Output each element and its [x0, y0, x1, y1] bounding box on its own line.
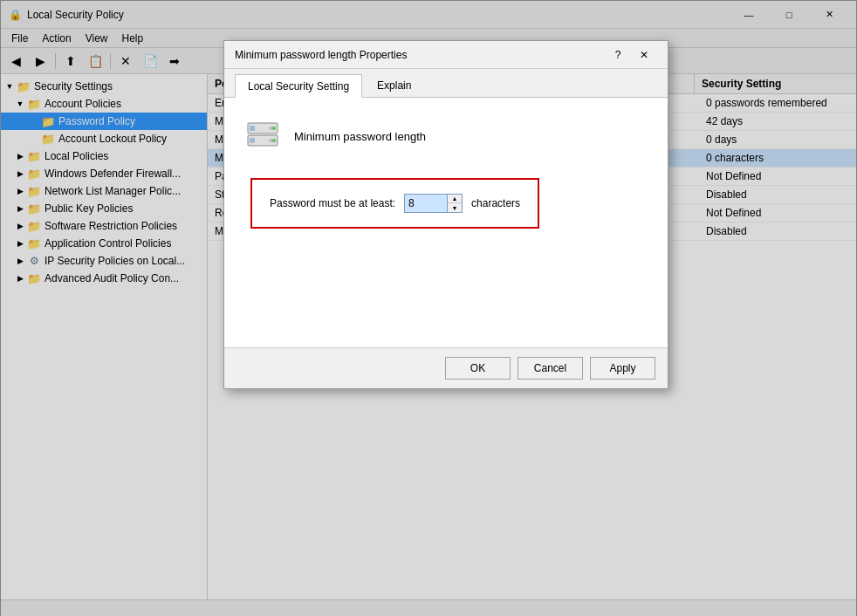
expand-icon-publickey: ▶ [15, 203, 25, 214]
export-button[interactable]: ➡ [163, 51, 186, 72]
sidebar-item-software-restriction[interactable]: ▶ 📁 Software Restriction Policies [1, 217, 207, 235]
sidebar-label-password-policy: Password Policy [58, 115, 135, 127]
maximize-button[interactable]: □ [769, 1, 809, 29]
forward-button[interactable]: ▶ [29, 51, 51, 72]
folder-icon-software: 📁 [27, 219, 41, 233]
security-setting-cell: 0 characters [699, 149, 856, 167]
spinbox-arrows: ▲ ▼ [448, 194, 463, 213]
svg-point-7 [272, 139, 276, 142]
menu-view[interactable]: View [79, 31, 115, 46]
up-button[interactable]: ⬆ [59, 51, 82, 72]
dialog-password-length: Minimum password length Properties ? ✕ L… [223, 40, 668, 389]
tab-explain[interactable]: Explain [364, 74, 424, 97]
expand-icon-account: ▼ [15, 99, 25, 109]
menu-action[interactable]: Action [35, 31, 78, 46]
sidebar-label-account-lockout: Account Lockout Policy [58, 133, 167, 145]
gear-icon-ipsecurity: ⚙ [27, 254, 41, 268]
expand-icon-security: ▼ [4, 81, 15, 92]
menu-help[interactable]: Help [115, 31, 151, 46]
folder-icon-firewall: 📁 [27, 167, 41, 181]
sidebar-label-local-policies: Local Policies [45, 150, 108, 162]
apply-button[interactable]: Apply [590, 357, 655, 380]
security-setting-cell: Disabled [699, 186, 856, 203]
properties-button[interactable]: 📄 [139, 51, 161, 72]
folder-icon-appcontrol: 📁 [27, 236, 41, 250]
sidebar-label-software-restriction: Software Restriction Policies [45, 220, 177, 232]
security-setting-cell: Disabled [699, 222, 856, 240]
col-header-setting: Security Setting [695, 74, 856, 93]
expand-icon-lockout [29, 133, 39, 144]
spin-up-button[interactable]: ▲ [448, 195, 462, 203]
folder-icon-security: 📁 [17, 79, 31, 93]
password-value-input[interactable] [404, 194, 448, 213]
dialog-content: Minimum password length Password must be… [224, 98, 668, 347]
folder-icon-publickey: 📁 [27, 202, 41, 216]
sidebar-item-firewall[interactable]: ▶ 📁 Windows Defender Firewall... [1, 165, 207, 182]
expand-icon-local: ▶ [15, 151, 25, 161]
expand-icon-audit: ▶ [15, 273, 25, 284]
dialog-title-controls: ? ✕ [605, 44, 657, 66]
ok-button[interactable]: OK [445, 357, 511, 380]
sidebar-item-account-policies[interactable]: ▼ 📁 Account Policies [1, 95, 207, 113]
status-bar [1, 599, 856, 616]
sidebar-item-network-list[interactable]: ▶ 📁 Network List Manager Polic... [1, 182, 207, 200]
characters-label: characters [471, 197, 520, 209]
minimize-button[interactable]: — [729, 1, 769, 29]
sidebar-label-security-settings: Security Settings [34, 80, 113, 92]
show-hide-button[interactable]: 📋 [84, 51, 106, 72]
sidebar-item-password-policy[interactable]: 📁 Password Policy [1, 113, 207, 130]
sidebar-label-network-list: Network List Manager Polic... [45, 185, 181, 197]
sidebar-label-firewall: Windows Defender Firewall... [45, 168, 181, 180]
svg-rect-4 [250, 138, 255, 143]
policy-server-icon [242, 115, 284, 157]
folder-icon-password: 📁 [41, 114, 55, 128]
dialog-tabs: Local Security Setting Explain [224, 69, 668, 98]
folder-icon-lockout: 📁 [41, 132, 55, 146]
expand-icon-appcontrol: ▶ [15, 238, 25, 249]
expand-icon-password [29, 116, 39, 127]
sidebar-item-app-control[interactable]: ▶ 📁 Application Control Policies [1, 235, 207, 252]
security-setting-cell: 0 days [699, 131, 856, 148]
tab-local-security-setting[interactable]: Local Security Setting [235, 74, 362, 98]
left-panel: ▼ 📁 Security Settings ▼ 📁 Account Polici… [1, 74, 208, 599]
sidebar-item-local-policies[interactable]: ▶ 📁 Local Policies [1, 147, 207, 165]
close-button[interactable]: ✕ [809, 1, 849, 29]
spin-down-button[interactable]: ▼ [448, 203, 462, 212]
dialog-title-bar: Minimum password length Properties ? ✕ [224, 41, 668, 69]
security-setting-cell: Not Defined [699, 204, 856, 222]
folder-icon-local: 📁 [27, 149, 41, 163]
expand-icon-software: ▶ [15, 221, 25, 231]
sidebar-item-account-lockout[interactable]: 📁 Account Lockout Policy [1, 130, 207, 147]
sidebar-item-security-settings[interactable]: ▼ 📁 Security Settings [1, 78, 207, 95]
security-setting-cell: Not Defined [699, 168, 856, 185]
sidebar-label-ip-security: IP Security Policies on Local... [45, 255, 185, 267]
main-window-title: Local Security Policy [27, 9, 729, 21]
sidebar-item-public-key[interactable]: ▶ 📁 Public Key Policies [1, 200, 207, 217]
expand-icon-network: ▶ [15, 186, 25, 196]
app-icon: 🔒 [8, 8, 22, 22]
sidebar-label-advanced-audit: Advanced Audit Policy Con... [45, 272, 179, 284]
dialog-help-button[interactable]: ? [605, 44, 631, 66]
folder-icon-audit: 📁 [27, 271, 41, 285]
svg-rect-1 [250, 126, 255, 131]
cancel-button[interactable]: Cancel [518, 357, 583, 380]
sidebar-item-ip-security[interactable]: ▶ ⚙ IP Security Policies on Local... [1, 252, 207, 270]
dialog-close-button[interactable]: ✕ [631, 44, 657, 66]
dialog-footer: OK Cancel Apply [224, 347, 668, 388]
sidebar-label-public-key: Public Key Policies [45, 202, 133, 215]
back-button[interactable]: ◀ [4, 51, 27, 72]
server-svg-icon [244, 118, 281, 154]
security-setting-cell: 0 passwords remembered [699, 94, 856, 112]
expand-icon-firewall: ▶ [15, 168, 25, 179]
menu-file[interactable]: File [4, 31, 35, 46]
security-setting-cell: 42 days [699, 113, 856, 130]
dialog-policy-title: Minimum password length [294, 130, 426, 143]
sidebar-label-account-policies: Account Policies [45, 98, 121, 110]
folder-icon-account: 📁 [27, 97, 41, 111]
expand-icon-ipsecurity: ▶ [15, 256, 25, 266]
folder-icon-network: 📁 [27, 184, 41, 198]
delete-button[interactable]: ✕ [114, 51, 137, 72]
sidebar-item-advanced-audit[interactable]: ▶ 📁 Advanced Audit Policy Con... [1, 270, 207, 287]
password-spinbox: ▲ ▼ [404, 194, 463, 213]
main-title-bar: 🔒 Local Security Policy — □ ✕ [1, 1, 856, 29]
